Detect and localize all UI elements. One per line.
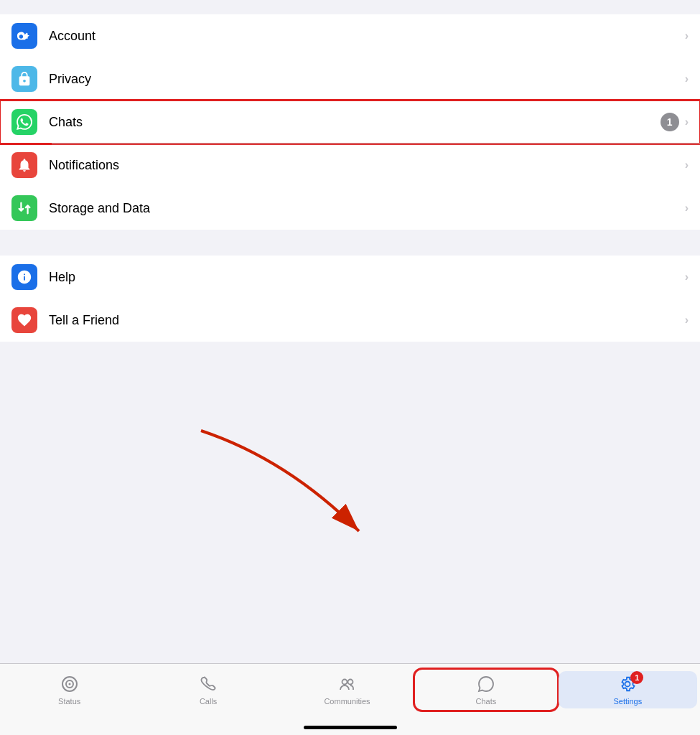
settings-item-account[interactable]: Account › — [0, 14, 700, 57]
svg-point-5 — [347, 680, 353, 685]
arrows-icon — [17, 200, 32, 216]
settings-list: Account › Privacy › Chats 1 › — [0, 0, 700, 342]
heart-icon — [17, 312, 32, 328]
communities-tab-label: Communities — [324, 697, 370, 706]
status-tab-label: Status — [58, 697, 80, 706]
tab-item-settings[interactable]: 1 Settings — [559, 671, 697, 708]
home-indicator — [304, 726, 397, 729]
tell-friend-chevron: › — [685, 314, 689, 327]
storage-label: Storage and Data — [49, 201, 685, 216]
chats-chevron: › — [685, 116, 689, 128]
tab-bar: Status Calls Communities Chats — [0, 663, 700, 735]
section-gap — [0, 230, 700, 256]
account-chevron: › — [685, 29, 689, 42]
tab-item-communities[interactable]: Communities — [278, 671, 416, 708]
storage-chevron: › — [685, 202, 689, 215]
tab-item-status[interactable]: Status — [0, 671, 139, 708]
svg-point-4 — [342, 680, 347, 685]
annotation-arrow — [144, 416, 416, 560]
help-icon-bg — [11, 264, 37, 290]
chats-icon-bg — [11, 109, 37, 135]
chats-tab-icon — [476, 674, 496, 694]
status-icon — [60, 674, 80, 694]
tab-item-calls[interactable]: Calls — [139, 671, 277, 708]
settings-icon-container: 1 — [617, 674, 638, 694]
settings-badge: 1 — [630, 671, 643, 684]
communities-icon — [337, 674, 358, 694]
account-label: Account — [49, 29, 685, 44]
chats-badge: 1 — [661, 113, 679, 131]
calls-tab-label: Calls — [200, 697, 217, 706]
settings-group-1: Account › Privacy › Chats 1 › — [0, 14, 700, 230]
privacy-label: Privacy — [49, 72, 685, 87]
notifications-chevron: › — [685, 159, 689, 172]
privacy-chevron: › — [685, 72, 689, 85]
notifications-icon-bg — [11, 152, 37, 178]
help-label: Help — [49, 270, 685, 285]
chats-label: Chats — [49, 115, 661, 130]
settings-item-storage[interactable]: Storage and Data › — [0, 187, 700, 230]
storage-icon-bg — [11, 195, 37, 221]
help-chevron: › — [685, 271, 689, 284]
key-icon — [17, 28, 32, 44]
notifications-label: Notifications — [49, 158, 685, 173]
settings-item-chats[interactable]: Chats 1 › — [0, 100, 700, 144]
arrow-annotation — [144, 416, 416, 560]
info-icon — [17, 269, 32, 285]
chats-tab-label: Chats — [476, 697, 497, 706]
bell-icon — [17, 157, 32, 173]
settings-item-help[interactable]: Help › — [0, 256, 700, 299]
tell-friend-label: Tell a Friend — [49, 313, 685, 328]
tab-item-chats[interactable]: Chats — [416, 671, 555, 708]
tell-friend-icon-bg — [11, 307, 37, 333]
privacy-icon-bg — [11, 66, 37, 92]
settings-item-notifications[interactable]: Notifications › — [0, 144, 700, 187]
settings-item-tell-friend[interactable]: Tell a Friend › — [0, 299, 700, 342]
settings-tab-label: Settings — [613, 697, 642, 706]
settings-group-2: Help › Tell a Friend › — [0, 256, 700, 342]
lock-icon — [17, 71, 32, 87]
calls-icon — [198, 674, 218, 694]
whatsapp-icon — [17, 114, 32, 130]
settings-item-privacy[interactable]: Privacy › — [0, 57, 700, 100]
svg-point-3 — [68, 683, 70, 685]
account-icon-bg — [11, 23, 37, 49]
